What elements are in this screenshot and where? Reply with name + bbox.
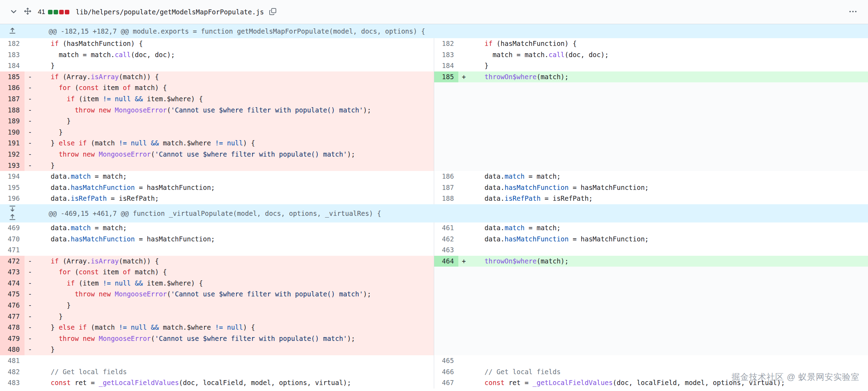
line-number-left[interactable]: 193	[0, 160, 25, 171]
line-number-right[interactable]: 187	[434, 182, 458, 193]
code-cell-left: const ret = _getLocalFieldValues(doc, lo…	[25, 377, 434, 389]
line-number-left[interactable]: 482	[0, 366, 25, 378]
line-number-left[interactable]: 183	[0, 49, 25, 61]
expand-up-button[interactable]	[4, 27, 20, 35]
line-number-right	[434, 149, 458, 160]
code-line: if (hasMatchFunction) {	[35, 40, 143, 47]
code-line: data.hasMatchFunction = hasMatchFunction…	[468, 184, 649, 191]
drag-handle[interactable]	[23, 7, 32, 17]
line-number-right[interactable]: 465	[434, 355, 458, 366]
line-number-right[interactable]: 188	[434, 193, 458, 204]
line-number-right[interactable]: 182	[434, 38, 458, 49]
code-cell-right	[458, 82, 868, 94]
code-line: throw new MongooseError('Cannot use $whe…	[35, 290, 371, 298]
code-line: data.hasMatchFunction = hasMatchFunction…	[468, 235, 649, 243]
diff-row: 196 data.isRefPath = isRefPath;188 data.…	[0, 193, 868, 204]
unfold-up-icon	[9, 213, 16, 222]
code-line: match = match.call(doc, doc);	[468, 51, 609, 59]
line-number-left[interactable]: 473	[0, 267, 25, 278]
line-number-left[interactable]: 192	[0, 149, 25, 160]
diff-marker	[462, 377, 468, 389]
code-cell-right: match = match.call(doc, doc);	[458, 49, 868, 61]
line-number-left[interactable]: 476	[0, 300, 25, 311]
unfold-down-icon	[9, 205, 16, 213]
line-number-left[interactable]: 187	[0, 94, 25, 105]
line-number-left[interactable]: 196	[0, 193, 25, 204]
diff-marker: -	[28, 289, 35, 300]
diff-row: 195 data.hasMatchFunction = hasMatchFunc…	[0, 182, 868, 193]
line-number-right	[434, 82, 458, 94]
line-number-left[interactable]: 186	[0, 82, 25, 94]
line-number-left[interactable]: 190	[0, 127, 25, 138]
code-line: throw new MongooseError('Cannot use $whe…	[35, 106, 371, 114]
line-number-left[interactable]: 188	[0, 105, 25, 116]
expand-up-button[interactable]	[4, 213, 20, 222]
code-line: }	[35, 162, 55, 169]
line-number-right[interactable]: 464	[434, 256, 458, 267]
expand-down-button[interactable]	[4, 205, 20, 213]
line-number-left[interactable]: 469	[0, 222, 25, 234]
line-number-right[interactable]: 185	[434, 71, 458, 83]
line-number-left[interactable]: 477	[0, 311, 25, 322]
diff-row: 471 463	[0, 245, 868, 256]
line-number-left[interactable]: 474	[0, 278, 25, 289]
code-cell-left: data.hasMatchFunction = hasMatchFunction…	[25, 182, 434, 193]
file-header: 41 lib/helpers/populate/getModelsMapForP…	[0, 0, 868, 24]
line-number-left[interactable]: 182	[0, 38, 25, 49]
line-number-right[interactable]: 462	[434, 234, 458, 245]
line-number-left[interactable]: 191	[0, 138, 25, 149]
line-number-right[interactable]: 461	[434, 222, 458, 234]
diff-marker: +	[462, 256, 468, 267]
file-path: lib/helpers/populate/getModelsMapForPopu…	[76, 8, 264, 16]
line-number-right[interactable]: 183	[434, 49, 458, 61]
line-number-left[interactable]: 184	[0, 60, 25, 71]
code-line: const ret = _getLocalFieldValues(doc, lo…	[35, 379, 351, 386]
line-number-left[interactable]: 472	[0, 256, 25, 267]
line-number-left[interactable]: 471	[0, 245, 25, 256]
code-line: data.isRefPath = isRefPath;	[35, 194, 159, 202]
code-cell-right: data.isRefPath = isRefPath;	[458, 193, 868, 204]
code-cell-left: - if (item != null && item.$where) {	[25, 278, 434, 289]
line-number-right	[434, 94, 458, 105]
line-number-right[interactable]: 184	[434, 60, 458, 71]
line-number-right	[434, 300, 458, 311]
line-number-left[interactable]: 185	[0, 71, 25, 83]
line-number-left[interactable]: 479	[0, 333, 25, 344]
code-cell-left: - for (const item of match) {	[25, 267, 434, 278]
diff-marker: -	[28, 344, 35, 355]
line-number-right[interactable]: 467	[434, 377, 458, 389]
line-number-left[interactable]: 194	[0, 171, 25, 182]
collapse-file-button[interactable]	[9, 7, 18, 17]
line-number-left[interactable]: 483	[0, 377, 25, 389]
diff-row: 184 }184 }	[0, 60, 868, 71]
diff-row: 470 data.hasMatchFunction = hasMatchFunc…	[0, 234, 868, 245]
code-cell-left: data.hasMatchFunction = hasMatchFunction…	[25, 234, 434, 245]
line-number-left[interactable]: 481	[0, 355, 25, 366]
line-number-left[interactable]: 470	[0, 234, 25, 245]
line-number-right[interactable]: 186	[434, 171, 458, 182]
code-cell-left: data.match = match;	[25, 222, 434, 234]
line-number-left[interactable]: 475	[0, 289, 25, 300]
kebab-horizontal-icon	[848, 7, 857, 17]
line-number-right[interactable]: 463	[434, 245, 458, 256]
code-cell-left: if (hasMatchFunction) {	[25, 38, 434, 49]
diff-marker	[28, 355, 35, 366]
code-cell-left: // Get local fields	[25, 366, 434, 378]
line-number-right	[434, 344, 458, 355]
diff-marker	[462, 245, 468, 256]
diff-row: 479- throw new MongooseError('Cannot use…	[0, 333, 868, 344]
line-number-left[interactable]: 480	[0, 344, 25, 355]
diff-marker	[28, 222, 35, 234]
copy-path-button[interactable]	[268, 7, 277, 17]
code-cell-right: if (hasMatchFunction) {	[458, 38, 868, 49]
code-cell-right: data.hasMatchFunction = hasMatchFunction…	[458, 182, 868, 193]
code-line: if (Array.isArray(match)) {	[35, 257, 159, 265]
diff-marker: -	[28, 311, 35, 322]
code-cell-right: data.match = match;	[458, 222, 868, 234]
diff-row: 477- }	[0, 311, 868, 322]
line-number-left[interactable]: 189	[0, 116, 25, 127]
line-number-left[interactable]: 195	[0, 182, 25, 193]
line-number-left[interactable]: 478	[0, 322, 25, 333]
file-options-button[interactable]	[848, 6, 858, 18]
line-number-right[interactable]: 466	[434, 366, 458, 378]
